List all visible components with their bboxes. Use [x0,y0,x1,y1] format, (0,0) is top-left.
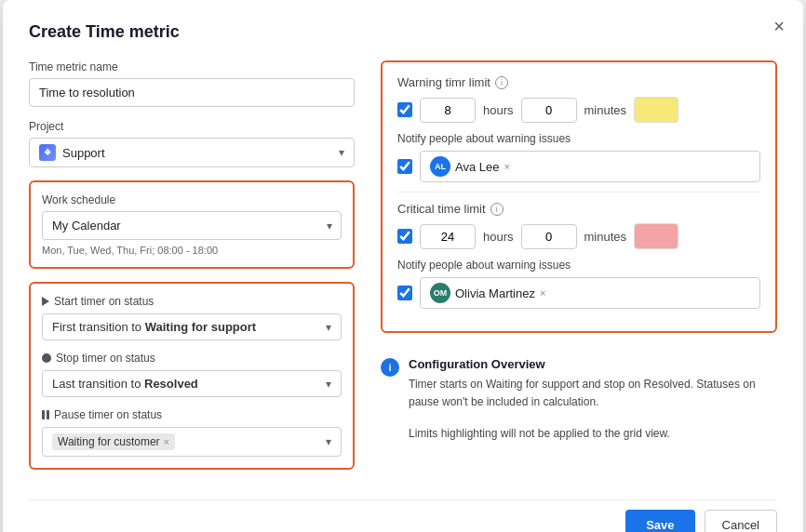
pause-tag-label: Waiting for customer [58,435,160,448]
pause-timer-label-row: Pause timer on status [42,408,342,421]
project-group: Project ❖ Support ▾ [29,120,355,167]
work-schedule-label: Work schedule [42,193,342,206]
critical-limit-label-row: Critical time limit i [397,202,760,216]
critical-limit-row: hours minutes [397,223,760,249]
pause-tag-remove-button[interactable]: × [164,436,169,447]
warning-minutes-input[interactable] [521,98,577,123]
critical-people-input[interactable]: OM Olivia Martinez × [420,277,760,309]
critical-hours-unit: hours [483,230,514,244]
time-metric-name-group: Time metric name [29,60,355,107]
pause-timer-select[interactable]: Waiting for customer × ▾ [42,427,342,457]
warning-hours-input[interactable] [420,98,476,123]
project-dropdown-arrow-icon: ▾ [339,146,344,159]
config-content: Configuration Overview Timer starts on W… [409,357,777,444]
critical-hours-input[interactable] [420,224,476,249]
critical-person-name: Olivia Martinez [455,286,535,300]
work-schedule-section: Work schedule My Calendar ▾ Mon, Tue, We… [29,180,355,269]
pause-timer-label: Pause timer on status [54,408,162,421]
time-metric-name-label: Time metric name [29,60,355,73]
config-overview-section: i Configuration Overview Timer starts on… [381,348,777,453]
warning-notify-checkbox[interactable] [397,159,412,174]
project-label: Project [29,120,355,133]
stop-timer-label: Stop timer on status [56,352,155,365]
warning-people-input[interactable]: AL Ava Lee × [420,151,760,182]
start-timer-label: Start timer on status [54,295,154,308]
pause-timer-icon [42,410,49,419]
time-metric-name-input[interactable] [29,78,355,107]
project-value: Support [62,146,339,160]
critical-person-chip: OM Olivia Martinez × [430,283,545,303]
start-timer-value: First transition to Waiting for support [52,320,331,334]
critical-minutes-input[interactable] [521,224,577,249]
modal-title: Create Time metric [29,22,777,42]
warning-limit-label-row: Warning timr limit i [397,75,760,89]
warning-limit-label: Warning timr limit [397,75,490,89]
modal-footer: Save Cancel [29,499,777,532]
warning-limit-row: hours minutes [397,97,760,123]
limits-section: Warning timr limit i hours minutes Notif… [381,60,777,333]
start-timer-select[interactable]: First transition to Waiting for support … [42,313,342,340]
warning-notify-row: AL Ava Lee × [397,151,760,182]
schedule-info: Mon, Tue, Wed, Thu, Fri; 08:00 - 18:00 [42,245,342,256]
critical-avatar-initials: OM [434,288,448,298]
critical-notify-row: OM Olivia Martinez × [397,277,760,309]
cancel-button[interactable]: Cancel [705,510,777,532]
config-text1: Timer starts on Waiting for support and … [409,376,777,411]
limits-divider [397,192,760,193]
warning-hours-unit: hours [483,103,514,117]
critical-color-swatch[interactable] [634,223,678,249]
pause-timer-arrow-icon: ▾ [326,435,331,448]
warning-person-chip: AL Ava Lee × [430,156,510,177]
warning-person-remove[interactable]: × [504,161,509,172]
left-column: Time metric name Project ❖ Support ▾ Wor… [29,60,355,483]
stop-timer-select[interactable]: Last transition to Resolved ▾ [42,370,342,397]
modal-layout: Time metric name Project ❖ Support ▾ Wor… [29,60,777,483]
warning-limit-checkbox[interactable] [397,102,412,117]
stop-timer-value: Last transition to Resolved [52,377,331,391]
save-button[interactable]: Save [625,510,694,532]
close-button[interactable]: × [773,17,785,35]
warning-color-swatch[interactable] [634,97,678,123]
critical-info-icon: i [490,203,504,216]
stop-timer-label-row: Stop timer on status [42,352,342,365]
warning-info-icon: i [495,76,508,89]
project-select[interactable]: ❖ Support ▾ [29,138,355,167]
create-time-metric-modal: Create Time metric × Time metric name Pr… [3,0,803,532]
critical-avatar: OM [430,283,450,303]
warning-notify-label: Notify people about warning issues [397,132,760,145]
warning-minutes-unit: minutes [584,103,627,117]
work-schedule-select-wrapper: My Calendar ▾ [42,211,342,240]
critical-limit-checkbox[interactable] [397,229,412,244]
critical-notify-label: Notify people about warning issues [397,259,760,272]
config-info-icon: i [381,358,399,377]
right-column: Warning timr limit i hours minutes Notif… [381,60,777,483]
critical-notify-checkbox[interactable] [397,286,412,300]
warning-person-name: Ava Lee [455,160,499,174]
project-icon: ❖ [39,144,56,161]
timer-section: Start timer on status First transition t… [29,282,355,470]
critical-limit-label: Critical time limit [397,202,486,216]
critical-minutes-unit: minutes [584,230,627,244]
warning-avatar-initials: AL [435,162,446,171]
start-timer-icon [42,297,49,306]
critical-person-remove[interactable]: × [540,287,545,299]
work-schedule-select[interactable]: My Calendar [42,211,342,240]
pause-tag-chip: Waiting for customer × [52,433,175,450]
start-timer-label-row: Start timer on status [42,295,342,308]
config-title: Configuration Overview [409,357,777,371]
stop-timer-icon [42,353,51,363]
config-text2: Limits highlighting will not be applied … [409,425,777,443]
warning-avatar: AL [430,156,450,177]
